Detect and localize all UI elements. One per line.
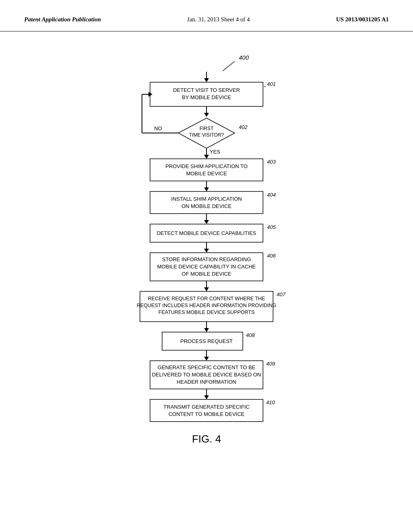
svg-marker-31 bbox=[204, 357, 209, 361]
box-404-line1: INSTALL SHIM APPLICATION bbox=[171, 196, 242, 202]
diamond-402-line2: TIME VISITOR? bbox=[189, 132, 224, 138]
box-403-line2: MOBILE DEVICE bbox=[186, 170, 227, 177]
svg-rect-17 bbox=[150, 191, 263, 214]
svg-rect-35 bbox=[150, 399, 263, 422]
header-patent-number: US 2013/0031205 A1 bbox=[336, 16, 389, 23]
box-409-line3: HEADER INFORMATION bbox=[177, 379, 236, 385]
svg-marker-6 bbox=[204, 113, 209, 117]
box-406-line3: OF MOBILE DEVICE bbox=[182, 271, 232, 277]
box-405: DETECT MOBILE DEVICE CAPABILITIES bbox=[157, 230, 257, 236]
box-408: PROCESS REQUEST bbox=[180, 338, 233, 344]
box-410-line2: CONTENT TO MOBILE DEVICE bbox=[169, 411, 245, 417]
box-404-line2: ON MOBILE DEVICE bbox=[181, 203, 232, 209]
svg-marker-13 bbox=[204, 155, 209, 159]
ref-406: 406 bbox=[267, 253, 276, 259]
svg-marker-19 bbox=[204, 220, 209, 224]
ref-400: 400 bbox=[239, 54, 249, 61]
ref-402: 402 bbox=[239, 124, 248, 130]
ref-409: 409 bbox=[266, 361, 275, 367]
flowchart-container: 400 DETECT VISIT TO SERVER BY MOBILE DEV… bbox=[0, 31, 413, 503]
svg-marker-34 bbox=[204, 395, 209, 399]
ref-403: 403 bbox=[267, 159, 276, 165]
header-publication-label: Patent Application Publication bbox=[24, 16, 101, 23]
box-409-line1: GENERATE SPECIFIC CONTENT TO BE bbox=[158, 364, 256, 370]
flowchart-svg: 400 DETECT VISIT TO SERVER BY MOBILE DEV… bbox=[65, 44, 348, 487]
box-406-line2: MOBILE DEVICE CAPABILITY IN CACHE bbox=[157, 264, 256, 270]
box-410-line1: TRANSMIT GENERATED SPECIFIC bbox=[163, 404, 249, 410]
header-date-sheet: Jan. 31, 2013 Sheet 4 of 4 bbox=[187, 16, 250, 23]
figure-label: FIG. 4 bbox=[192, 433, 221, 445]
ref-410: 410 bbox=[266, 399, 275, 405]
box-401-line1: DETECT VISIT TO SERVER bbox=[173, 87, 240, 93]
svg-marker-2 bbox=[204, 78, 209, 82]
svg-rect-14 bbox=[150, 159, 263, 181]
no-label: NO bbox=[154, 125, 162, 131]
svg-marker-22 bbox=[204, 249, 209, 253]
svg-marker-25 bbox=[204, 287, 209, 291]
diamond-402-line1: FIRST bbox=[200, 126, 214, 131]
box-407-line1: RECEIVE REQUEST FOR CONTENT WHERE THE bbox=[148, 296, 265, 301]
ref-405: 405 bbox=[267, 224, 276, 230]
ref-404: 404 bbox=[267, 192, 276, 198]
box-401-line2: BY MOBILE DEVICE bbox=[182, 94, 231, 100]
svg-marker-28 bbox=[204, 328, 209, 332]
page-header: Patent Application Publication Jan. 31, … bbox=[0, 0, 413, 31]
box-407-line3: FEATURES MOBILE DEVICE SUPPORTS bbox=[159, 310, 254, 315]
svg-line-0 bbox=[223, 61, 235, 71]
box-406-line1: STORE INFORMATION REGARDING bbox=[162, 256, 251, 262]
box-403-line1: PROVIDE SHIM APPLICATION TO bbox=[165, 163, 248, 169]
box-409-line2: DELIVERED TO MOBILE DEVICE BASED ON bbox=[152, 372, 261, 378]
ref-408: 408 bbox=[246, 332, 255, 338]
box-407-line2: REQUEST INCLUDES HEADER INFORMATION PROV… bbox=[137, 303, 276, 308]
ref-407: 407 bbox=[277, 291, 286, 297]
yes-label: YES bbox=[210, 149, 220, 155]
svg-marker-16 bbox=[204, 187, 209, 191]
ref-401: 401 bbox=[267, 81, 276, 87]
